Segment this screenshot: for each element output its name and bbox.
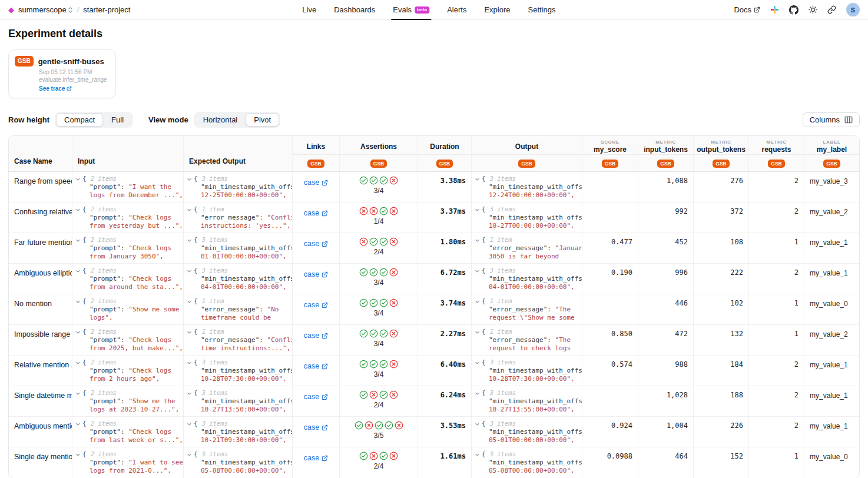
- chevrons-up-down-icon: [68, 6, 73, 14]
- case-link[interactable]: case: [304, 423, 328, 431]
- assertions-cell: 3/4: [340, 294, 418, 325]
- col-header-output-tokens[interactable]: METRICoutput_tokens: [694, 136, 749, 155]
- col-header-expected-output[interactable]: Expected Output: [184, 136, 293, 172]
- col-header-output[interactable]: Output: [472, 136, 582, 155]
- item-count: 3 items: [490, 389, 516, 397]
- expected-output-cell: {1 item "error_message": "Conflict: inst…: [184, 203, 293, 233]
- assertion-fail-icon: [389, 207, 398, 215]
- chevron-down-icon[interactable]: [75, 391, 81, 396]
- case-link[interactable]: case: [304, 301, 328, 309]
- github-icon[interactable]: [789, 5, 799, 15]
- case-link[interactable]: case: [304, 454, 328, 462]
- nav-tab-evals[interactable]: Evalsbeta: [393, 0, 429, 20]
- col-header-assertions[interactable]: Assertions: [340, 136, 418, 155]
- item-count: 1 item: [202, 205, 224, 214]
- case-link[interactable]: case: [304, 178, 328, 187]
- col-header-requests[interactable]: METRICrequests: [749, 136, 804, 155]
- chevron-down-icon[interactable]: [75, 421, 81, 427]
- chevron-down-icon[interactable]: [187, 177, 192, 182]
- col-header-case-name[interactable]: Case Name: [9, 136, 72, 172]
- chevron-down-icon[interactable]: [75, 268, 81, 274]
- experiment-badge[interactable]: GSB: [436, 160, 453, 168]
- chevron-down-icon[interactable]: [187, 391, 192, 396]
- chevron-down-icon[interactable]: [75, 330, 81, 335]
- chevron-down-icon[interactable]: [475, 299, 480, 304]
- chevron-down-icon[interactable]: [187, 421, 192, 427]
- experiment-badge[interactable]: GSB: [370, 160, 387, 168]
- duration-cell: 6.72ms: [418, 264, 472, 294]
- nav-tab-alerts[interactable]: Alerts: [447, 0, 466, 20]
- chevron-down-icon[interactable]: [187, 268, 192, 274]
- assertion-pass-icon: [359, 452, 368, 460]
- label-cell: my_value_2: [804, 325, 859, 356]
- chevron-down-icon[interactable]: [75, 238, 81, 243]
- input-tokens-cell: 988: [638, 356, 694, 386]
- org-switcher[interactable]: summerscope: [18, 5, 73, 14]
- chevron-down-icon[interactable]: [475, 360, 480, 366]
- see-trace-link[interactable]: See trace: [39, 85, 72, 92]
- col-header-input-tokens[interactable]: METRICinput_tokens: [638, 136, 694, 155]
- nav-tab-explore[interactable]: Explore: [484, 0, 510, 20]
- col-header-my-score[interactable]: SCOREmy_score: [582, 136, 638, 155]
- row-height-option-compact[interactable]: Compact: [56, 113, 103, 127]
- experiment-badge[interactable]: GSB: [657, 160, 674, 168]
- row-height-option-full[interactable]: Full: [103, 113, 132, 127]
- nav-tab-settings[interactable]: Settings: [528, 0, 555, 20]
- view-mode-option-horizontal[interactable]: Horizontal: [195, 113, 246, 127]
- experiment-badge[interactable]: GSB: [823, 160, 840, 168]
- chevron-down-icon[interactable]: [475, 207, 480, 213]
- assertion-pass-icon: [369, 268, 378, 277]
- nav-tab-live[interactable]: Live: [302, 0, 316, 20]
- chevron-down-icon[interactable]: [75, 360, 81, 366]
- col-header-input[interactable]: Input: [72, 136, 184, 172]
- chevron-down-icon[interactable]: [475, 268, 480, 274]
- chevron-down-icon[interactable]: [475, 238, 480, 243]
- theme-icon[interactable]: [809, 5, 817, 14]
- item-count: 2 items: [91, 450, 117, 459]
- col-header-duration[interactable]: Duration: [418, 136, 472, 155]
- experiment-badge[interactable]: GSB: [518, 160, 535, 168]
- chevron-down-icon[interactable]: [475, 391, 480, 396]
- chevron-down-icon[interactable]: [75, 452, 81, 457]
- chevron-down-icon[interactable]: [475, 452, 480, 457]
- links-cell: case: [293, 172, 340, 203]
- experiment-badge[interactable]: GSB: [768, 160, 784, 168]
- case-link[interactable]: case: [304, 240, 328, 248]
- chevron-down-icon[interactable]: [187, 452, 192, 457]
- experiment-badge[interactable]: GSB: [713, 160, 729, 168]
- experiment-badge[interactable]: GSB: [602, 160, 618, 168]
- assertions-count: 3/4: [340, 187, 418, 195]
- chevron-down-icon[interactable]: [475, 177, 480, 182]
- chevron-down-icon[interactable]: [187, 299, 192, 304]
- chevron-down-icon[interactable]: [475, 421, 480, 427]
- case-link[interactable]: case: [304, 331, 328, 340]
- avatar[interactable]: S: [846, 3, 860, 16]
- col-header-links[interactable]: Links: [293, 136, 340, 155]
- project-name[interactable]: starter-project: [83, 5, 130, 14]
- link-icon[interactable]: [827, 5, 836, 14]
- assertion-pass-icon: [369, 329, 378, 338]
- chevron-down-icon[interactable]: [187, 238, 192, 243]
- chevron-down-icon[interactable]: [475, 330, 480, 335]
- view-mode-option-pivot[interactable]: Pivot: [246, 113, 279, 127]
- experiment-badge[interactable]: GSB: [307, 160, 324, 168]
- columns-button[interactable]: Columns: [803, 112, 860, 127]
- slack-icon[interactable]: [770, 5, 779, 14]
- nav-tab-dashboards[interactable]: Dashboards: [334, 0, 375, 20]
- chevron-down-icon[interactable]: [187, 207, 192, 213]
- col-header-my-label[interactable]: LABELmy_label: [804, 136, 859, 155]
- case-link[interactable]: case: [304, 270, 328, 278]
- case-link[interactable]: case: [304, 362, 328, 370]
- chevron-down-icon[interactable]: [75, 177, 81, 182]
- label-cell: my_value_3: [804, 172, 859, 203]
- case-link[interactable]: case: [304, 209, 328, 217]
- docs-link[interactable]: Docs: [734, 5, 760, 14]
- chevron-down-icon[interactable]: [75, 299, 81, 304]
- case-name-cell: No mention: [9, 294, 72, 325]
- chevron-down-icon[interactable]: [187, 360, 192, 366]
- chevron-down-icon[interactable]: [187, 330, 192, 335]
- case-link[interactable]: case: [304, 393, 328, 401]
- badge-cell-my-label: GSB: [804, 155, 859, 172]
- input-json-viewer: {2 items "prompt": "Check logs from arou…: [72, 264, 183, 291]
- chevron-down-icon[interactable]: [75, 207, 81, 213]
